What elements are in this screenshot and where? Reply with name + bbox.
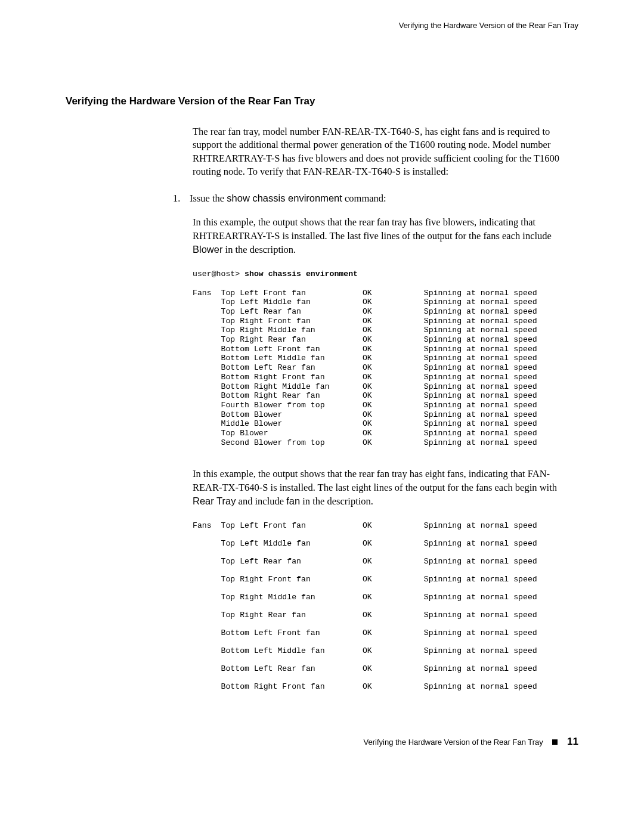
example1-text-b: in the description. xyxy=(222,244,296,255)
example1-bold: Blower xyxy=(193,244,222,255)
example2-text-a: In this example, the output shows that t… xyxy=(193,468,557,493)
section-title: Verifying the Hardware Version of the Re… xyxy=(66,95,578,107)
page-number: 11 xyxy=(567,736,578,747)
example2-text-b: in the description. xyxy=(300,496,373,507)
footer-text: Verifying the Hardware Version of the Re… xyxy=(364,738,543,747)
step-1-prefix: Issue the xyxy=(190,193,227,204)
example2-bold2: fan xyxy=(286,496,300,506)
step-1-number: 1. xyxy=(173,192,190,205)
step-1-suffix: command: xyxy=(342,193,386,204)
intro-paragraph: The rear fan tray, model number FAN-REAR… xyxy=(193,125,578,178)
page-footer: Verifying the Hardware Version of the Re… xyxy=(66,736,578,748)
example1-text-a: In this example, the output shows that t… xyxy=(193,216,552,241)
terminal-output-2: Fans Top Left Front fan OK Spinning at n… xyxy=(193,521,578,691)
step-1: 1.Issue the show chassis environment com… xyxy=(173,191,578,205)
running-head: Verifying the Hardware Version of the Re… xyxy=(66,21,578,30)
example1-paragraph: In this example, the output shows that t… xyxy=(193,216,578,256)
step-1-command: show chassis environment xyxy=(227,193,342,203)
example2-text-mid: and include xyxy=(236,496,286,507)
terminal-output-1: user@host> show chassis environment Fans… xyxy=(193,270,578,447)
example2-bold1: Rear Tray xyxy=(193,496,236,506)
footer-square-icon xyxy=(552,739,558,745)
example2-paragraph: In this example, the output shows that t… xyxy=(193,467,578,508)
